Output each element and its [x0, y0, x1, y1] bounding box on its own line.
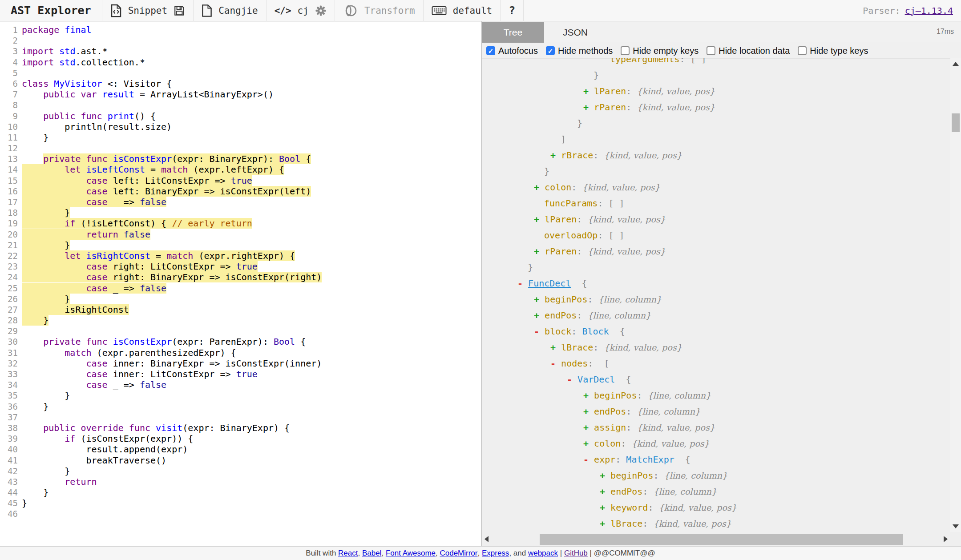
tree-prop-assign[interactable]: + assign: {kind, value, pos} — [482, 419, 950, 435]
code-line-text: case _ => false — [22, 283, 166, 294]
parser-short-button[interactable]: cj — [298, 5, 309, 16]
expand-icon[interactable]: + — [600, 518, 605, 529]
expand-icon[interactable]: + — [600, 470, 605, 481]
collapse-icon[interactable]: - — [583, 454, 589, 465]
code-line-text: } — [22, 207, 70, 218]
footer-link-webpack[interactable]: webpack — [528, 549, 558, 558]
tree-prop-lParen[interactable]: + lParen: {kind, value, pos} — [482, 211, 950, 227]
expand-icon[interactable]: + — [583, 86, 589, 97]
tree-prop-rParen[interactable]: + rParen: {kind, value, pos} — [482, 243, 950, 259]
option-hide-location-data[interactable]: Hide location data — [707, 46, 790, 56]
keymap-button[interactable]: default — [453, 5, 493, 16]
checkbox-unchecked-icon[interactable] — [798, 46, 807, 55]
checkbox-checked-icon[interactable] — [486, 46, 495, 55]
expand-icon[interactable]: + — [550, 150, 556, 161]
option-hide-methods[interactable]: Hide methods — [546, 46, 613, 56]
save-icon[interactable] — [174, 5, 185, 16]
expand-icon[interactable]: + — [583, 422, 589, 433]
option-autofocus[interactable]: Autofocus — [486, 46, 538, 56]
collapse-icon[interactable]: - — [567, 374, 572, 385]
language-button[interactable]: Cangjie — [218, 5, 258, 16]
scroll-right-icon[interactable] — [944, 536, 948, 542]
file-icon[interactable] — [202, 4, 212, 17]
keyboard-icon[interactable] — [432, 5, 447, 16]
tree-prop-lBrace[interactable]: + lBrace: {kind, value, pos} — [482, 339, 950, 355]
expand-icon[interactable]: + — [583, 102, 589, 113]
tree-prop-rBrace[interactable]: + rBrace: {kind, value, pos} — [482, 147, 950, 163]
line-number: 12 — [0, 143, 22, 153]
node-type[interactable]: Block — [582, 326, 609, 337]
expand-icon[interactable]: + — [583, 406, 589, 417]
footer-link-font-awesome[interactable]: Font Awesome — [386, 549, 436, 558]
expand-icon[interactable]: + — [534, 182, 539, 193]
line-number: 19 — [0, 218, 22, 229]
expand-icon[interactable]: + — [534, 246, 539, 257]
tree-prop-rParen[interactable]: + rParen: {kind, value, pos} — [482, 99, 950, 115]
collapse-icon[interactable]: - — [534, 326, 539, 337]
footer-link-express[interactable]: Express — [482, 549, 509, 558]
tree-prop-keyword[interactable]: + keyword: {kind, value, pos} — [482, 500, 950, 516]
horizontal-scrollbar[interactable] — [482, 532, 950, 546]
snippet-file-code-icon[interactable] — [110, 4, 122, 17]
tree-prop-endPos[interactable]: + endPos: {line, column} — [482, 483, 950, 500]
node-type[interactable]: FuncDecl — [528, 278, 571, 289]
expand-icon[interactable]: + — [600, 486, 605, 497]
footer-link-codemirror[interactable]: CodeMirror — [440, 549, 477, 558]
expand-icon[interactable]: + — [583, 438, 589, 449]
vertical-scrollbar-thumb[interactable] — [952, 113, 960, 132]
scroll-left-icon[interactable] — [485, 536, 489, 542]
vertical-scrollbar[interactable] — [950, 58, 961, 532]
tree-node-Block[interactable]: - block: Block { — [482, 323, 950, 339]
tree-prop-endPos[interactable]: + endPos: {line, column} — [482, 307, 950, 323]
property-name: lBrace — [561, 342, 593, 353]
collapsed-keys-preview: {line, column} — [637, 407, 700, 416]
footer-link-github[interactable]: GitHub — [564, 549, 588, 558]
transform-button[interactable]: Transform — [364, 5, 415, 16]
scroll-up-icon[interactable] — [953, 62, 959, 66]
tree-node-VarDecl[interactable]: - VarDecl { — [482, 371, 950, 387]
tree-prop-lParen[interactable]: + lParen: {kind, value, pos} — [482, 83, 950, 99]
tree-prop-nodes[interactable]: - nodes: [ — [482, 355, 950, 371]
help-button[interactable]: ? — [501, 0, 523, 21]
expand-icon[interactable]: + — [550, 342, 556, 353]
horizontal-scrollbar-thumb[interactable] — [540, 534, 903, 545]
tree-prop-lBrace[interactable]: + lBrace: {kind, value, pos} — [482, 516, 950, 532]
node-type[interactable]: VarDecl — [577, 374, 615, 385]
tree-prop-beginPos[interactable]: + beginPos: {line, column} — [482, 387, 950, 403]
option-hide-type-keys[interactable]: Hide type keys — [798, 46, 868, 56]
footer-link-react[interactable]: React — [338, 549, 358, 558]
tab-json[interactable]: JSON — [544, 22, 606, 43]
tree-prop-beginPos[interactable]: + beginPos: {line, column} — [482, 467, 950, 483]
node-type[interactable]: MatchExpr — [626, 454, 674, 465]
expand-icon[interactable]: + — [534, 310, 539, 321]
expand-icon[interactable]: + — [583, 390, 589, 401]
line-number: 46 — [0, 508, 22, 519]
checkbox-checked-icon[interactable] — [546, 46, 555, 55]
checkbox-unchecked-icon[interactable] — [707, 46, 715, 55]
transform-toggle-icon[interactable] — [343, 4, 358, 17]
line-number: 18 — [0, 207, 22, 218]
parser-version-link[interactable]: cj–1.13.4 — [905, 5, 953, 16]
collapse-icon[interactable]: - — [517, 278, 523, 289]
expand-icon[interactable]: + — [534, 294, 539, 305]
snippet-button[interactable]: Snippet — [128, 5, 168, 16]
tree-node-MatchExpr[interactable]: - expr: MatchExpr { — [482, 451, 950, 467]
expand-icon[interactable]: + — [534, 214, 539, 225]
tree-prop-beginPos[interactable]: + beginPos: {line, column} — [482, 291, 950, 307]
code-editor[interactable]: 1package final23import std.ast.*4import … — [0, 22, 481, 546]
code-line-text: case right: BinaryExpr => isConstExpr(ri… — [22, 272, 322, 282]
checkbox-unchecked-icon[interactable] — [621, 46, 630, 55]
code-line-text: public override func visit(expr: BinaryE… — [22, 423, 290, 433]
tab-tree[interactable]: Tree — [482, 22, 544, 43]
option-hide-empty-keys[interactable]: Hide empty keys — [621, 46, 699, 56]
property-name: rParen — [545, 246, 577, 257]
gear-icon[interactable] — [315, 5, 327, 16]
footer-link-babel[interactable]: Babel — [362, 549, 381, 558]
tree-prop-colon[interactable]: + colon: {kind, value, pos} — [482, 435, 950, 451]
scroll-down-icon[interactable] — [953, 524, 959, 528]
tree-prop-colon[interactable]: + colon: {kind, value, pos} — [482, 179, 950, 195]
collapse-icon[interactable]: - — [550, 358, 556, 369]
expand-icon[interactable]: + — [600, 502, 605, 513]
tree-prop-endPos[interactable]: + endPos: {line, column} — [482, 403, 950, 419]
tree-node-FuncDecl[interactable]: - FuncDecl { — [482, 275, 950, 291]
